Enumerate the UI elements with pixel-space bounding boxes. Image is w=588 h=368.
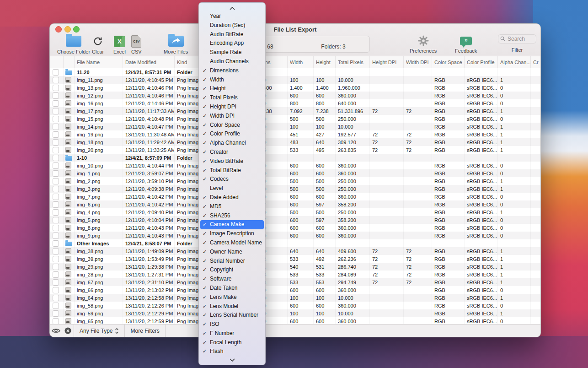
menu-item-sample-rate[interactable]: Sample Rate — [199, 48, 265, 57]
menu-item-color-profile[interactable]: ✓Color Profile — [199, 130, 265, 139]
table-row[interactable]: img_16.png12/11/20, 4:14:46 PMPng Image8… — [50, 99, 541, 107]
row-checkbox[interactable] — [53, 170, 59, 177]
menu-item-lens-serial-number[interactable]: ✓Lens Serial Number — [199, 311, 265, 320]
table-row[interactable]: img_8.png12/11/20, 4:10:43 PMPng Image60… — [50, 224, 541, 232]
menu-item-dimensions[interactable]: ✓Dimensions — [199, 66, 265, 76]
eye-icon[interactable] — [50, 325, 62, 337]
table-row[interactable]: img_18.png13/11/20, 11:29:42 AMPng Image… — [50, 138, 541, 146]
column-header-color-space[interactable]: Color Space — [432, 56, 465, 68]
menu-item-iso[interactable]: ✓ISO — [199, 320, 265, 329]
row-checkbox[interactable] — [53, 100, 59, 107]
chevron-down-icon[interactable] — [199, 356, 265, 363]
column-header-width[interactable]: Width — [288, 56, 314, 68]
column-header-width-dpi[interactable]: Width DPI — [404, 56, 432, 68]
file-type-dropdown[interactable]: Any File Type — [74, 325, 124, 337]
table-row[interactable]: img_28.png13/11/20, 1:27:31 PMPng Image5… — [50, 271, 541, 278]
menu-item-f-number[interactable]: ✓F Number — [199, 329, 265, 338]
csv-export-button[interactable]: CSV CSV — [131, 35, 142, 54]
row-checkbox[interactable] — [53, 256, 59, 262]
menu-item-image-description[interactable]: ✓Image Description — [199, 229, 265, 238]
table-row[interactable]: img_67.png13/11/20, 2:31:10 PMPng Image5… — [50, 278, 541, 286]
excel-export-button[interactable]: X Excel — [113, 35, 126, 54]
row-checkbox[interactable] — [53, 147, 59, 153]
menu-item-date-taken[interactable]: ✓Date Taken — [199, 284, 265, 293]
menu-item-lens-make[interactable]: ✓Lens Make — [199, 293, 265, 302]
menu-item-copyright[interactable]: ✓Copyright — [199, 265, 265, 275]
menu-item-year[interactable]: Year — [199, 12, 265, 21]
menu-item-creator[interactable]: ✓Creator — [199, 148, 265, 157]
menu-item-width[interactable]: ✓Width — [199, 76, 265, 85]
menu-item-total-pixels[interactable]: ✓Total Pixels — [199, 93, 265, 103]
menu-item-sha256[interactable]: ✓SHA256 — [199, 211, 265, 221]
row-checkbox[interactable] — [53, 131, 59, 138]
row-checkbox[interactable] — [53, 178, 59, 184]
preferences-button[interactable]: Preferences — [410, 35, 437, 54]
row-checkbox[interactable] — [53, 310, 59, 317]
menu-item-height-dpi[interactable]: ✓Height DPI — [199, 103, 265, 112]
table-row[interactable]: img_20.png13/11/20, 11:33:25 AMPng Image… — [50, 146, 541, 154]
table-row[interactable]: Other Images12/4/21, 8:58:07 PMFolder — [50, 239, 541, 247]
column-header-date-modified[interactable]: Date Modified — [123, 56, 175, 68]
menu-item-focal-length[interactable]: ✓Focal Length — [199, 338, 265, 347]
column-header-height[interactable]: Height — [314, 56, 336, 68]
choose-folder-button[interactable]: Choose Folder — [57, 35, 90, 54]
row-checkbox[interactable] — [53, 225, 59, 231]
table-row[interactable]: img_14.png12/11/20, 4:10:47 PMPng Image1… — [50, 123, 541, 130]
row-checkbox[interactable] — [53, 240, 59, 247]
menu-item-encoding-app[interactable]: Encoding App — [199, 39, 265, 48]
row-checkbox[interactable] — [53, 85, 59, 91]
row-checkbox[interactable] — [53, 77, 59, 83]
column-header-alpha-chan[interactable]: Alpha Chan... — [498, 56, 531, 68]
row-checkbox[interactable] — [53, 287, 59, 293]
menu-item-camera-model-name[interactable]: ✓Camera Model Name — [199, 238, 265, 248]
row-checkbox[interactable] — [53, 201, 59, 208]
more-filters-button[interactable]: More Filters — [125, 325, 165, 337]
row-checkbox[interactable] — [53, 124, 59, 130]
menu-item-audio-bitrate[interactable]: Audio BitRate — [199, 30, 265, 39]
table-row[interactable]: img_38.png13/11/20, 1:49:09 PMPng Image6… — [50, 247, 541, 255]
menu-item-software[interactable]: ✓Software — [199, 275, 265, 284]
row-checkbox[interactable] — [53, 155, 59, 161]
row-checkbox[interactable] — [53, 162, 59, 169]
column-header-blank-0[interactable] — [50, 56, 64, 68]
menu-item-owner-name[interactable]: ✓Owner Name — [199, 248, 265, 257]
table-row[interactable]: img_11.png12/11/20, 4:10:45 PMPng Image1… — [50, 76, 541, 84]
table-row[interactable]: img_13.png12/11/20, 4:10:46 PMPng Image1… — [50, 84, 541, 92]
menu-item-duration-sec[interactable]: Duration (Sec) — [199, 21, 265, 30]
column-header-file-name[interactable]: File Name — [75, 56, 123, 68]
menu-item-audio-channels[interactable]: Audio Channels — [199, 57, 265, 66]
menu-item-alpha-channel[interactable]: ✓Alpha Channel — [199, 139, 265, 148]
menu-item-height[interactable]: ✓Height — [199, 84, 265, 93]
row-checkbox[interactable] — [53, 271, 59, 278]
menu-item-serial-number[interactable]: ✓Serial Number — [199, 257, 265, 266]
table-row[interactable]: img_1.png12/11/20, 3:59:07 PMPng Image60… — [50, 169, 541, 177]
menu-item-flash[interactable]: ✓Flash — [199, 347, 265, 356]
column-header-blank-1[interactable] — [64, 56, 75, 68]
clear-button[interactable]: Clear — [92, 35, 104, 54]
menu-item-total-bitrate[interactable]: ✓Total BitRate — [199, 166, 265, 175]
menu-item-width-dpi[interactable]: ✓Width DPI — [199, 112, 265, 121]
table-row[interactable]: img_6.png12/11/20, 4:10:42 PMPng Image60… — [50, 200, 541, 208]
table-row[interactable]: img_5.png12/11/20, 4:10:04 PMPng Image60… — [50, 216, 541, 224]
table-row[interactable]: img_9.png12/11/20, 4:10:43 PMPng Image60… — [50, 232, 541, 239]
menu-item-color-space[interactable]: ✓Color Space — [199, 121, 265, 130]
column-header-color-profile[interactable]: Color Profile — [465, 56, 498, 68]
feedback-button[interactable]: ” Feedback — [455, 35, 477, 54]
row-checkbox[interactable] — [53, 116, 59, 122]
column-header-total-pixels[interactable]: Total Pixels — [336, 56, 370, 68]
row-checkbox[interactable] — [53, 139, 59, 146]
menu-item-codecs[interactable]: ✓Codecs — [199, 175, 265, 184]
row-checkbox[interactable] — [53, 248, 59, 254]
row-checkbox[interactable] — [53, 279, 59, 286]
column-header-cr[interactable]: Cr — [531, 56, 541, 68]
row-checkbox[interactable] — [53, 264, 59, 270]
row-checkbox[interactable] — [53, 303, 59, 309]
table-row[interactable]: img_7.png12/11/20, 4:10:42 PMPng Image60… — [50, 193, 541, 200]
row-checkbox[interactable] — [53, 233, 59, 239]
row-checkbox[interactable] — [53, 186, 59, 192]
table-row[interactable]: img_4.png12/11/20, 4:09:40 PMPng Image50… — [50, 208, 541, 216]
table-row[interactable]: img_39.png13/11/20, 1:53:49 PMPng Image5… — [50, 255, 541, 263]
table-row[interactable]: img_12.png12/11/20, 4:10:46 PMPng Image6… — [50, 92, 541, 99]
table-row[interactable]: img_66.png13/11/20, 2:13:02 PMPng Image6… — [50, 286, 541, 294]
row-checkbox[interactable] — [53, 69, 59, 76]
